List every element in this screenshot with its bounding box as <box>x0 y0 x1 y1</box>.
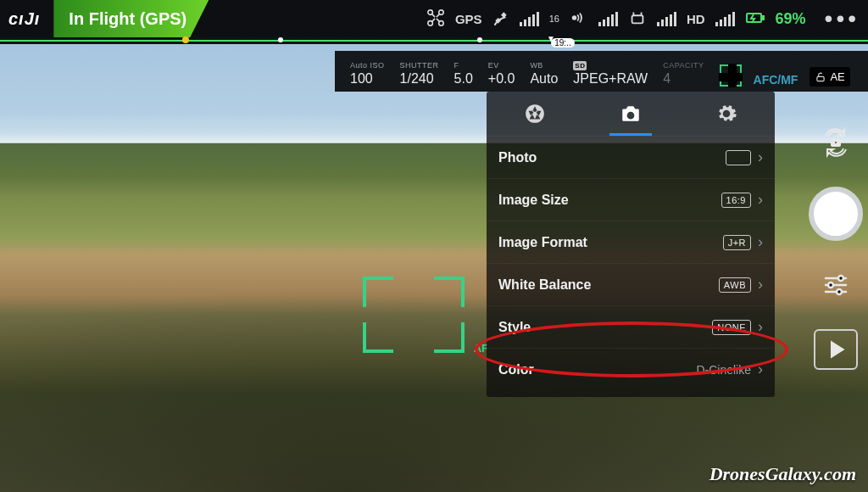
svg-point-11 <box>838 276 843 281</box>
camera-settings-button[interactable] <box>821 270 851 300</box>
tab-camera[interactable] <box>582 92 678 136</box>
af-corner <box>363 322 393 353</box>
shutter-label: SHUTTER <box>400 61 439 70</box>
battery-percent: 69% <box>776 10 806 28</box>
satellite-signal-bars <box>520 12 539 26</box>
aperture-icon <box>524 103 546 125</box>
timeline-marker <box>278 37 283 42</box>
chevron-right-icon: › <box>758 148 763 166</box>
ev-label: EV <box>488 61 499 70</box>
photo-mode-icon <box>726 150 751 165</box>
aircraft-icon[interactable] <box>426 8 445 30</box>
ae-lock-label: AE <box>830 70 844 83</box>
camera-icon <box>620 103 642 125</box>
camera-settings-panel: Photo › Image Size 16:9› Image Format J+… <box>487 92 775 397</box>
shutter-readout[interactable]: SHUTTER 1/240 <box>395 61 444 87</box>
row-value: J+R <box>723 235 751 250</box>
rc-signal-icon[interactable] <box>570 9 588 29</box>
dji-logo: cıJı <box>8 9 40 29</box>
row-white-balance[interactable]: White Balance AWB› <box>487 263 775 305</box>
video-signal-bars <box>657 12 676 26</box>
svg-rect-7 <box>762 16 764 20</box>
row-value: 16:9 <box>721 193 751 208</box>
svg-rect-5 <box>632 15 643 23</box>
focus-mode-toggle[interactable]: AFC/MF <box>754 73 798 87</box>
aperture-readout[interactable]: F 5.0 <box>449 61 478 87</box>
shutter-value: 1/240 <box>400 71 434 87</box>
rc-signal-bars <box>598 12 618 26</box>
wb-value: Auto <box>530 71 558 87</box>
chevron-right-icon: › <box>758 233 763 251</box>
row-photo[interactable]: Photo › <box>487 136 775 178</box>
battery-icon[interactable] <box>745 9 765 29</box>
sd-badge: SD <box>573 61 587 70</box>
flight-mode-chip[interactable]: In Flight (GPS) <box>53 0 209 37</box>
wb-readout[interactable]: WB Auto <box>525 61 563 87</box>
ev-readout[interactable]: EV +0.0 <box>483 61 520 87</box>
row-value: AWB <box>719 277 751 293</box>
row-style[interactable]: Style NONE› <box>487 305 775 348</box>
chevron-right-icon: › <box>758 318 763 336</box>
wb-label: WB <box>530 61 543 70</box>
storage-readout[interactable]: SD JPEG+RAW <box>568 61 653 87</box>
row-label: Style <box>498 320 531 335</box>
af-corner <box>434 322 465 353</box>
more-menu-button[interactable]: ••• <box>825 5 860 32</box>
svg-point-13 <box>837 289 842 294</box>
right-controls <box>809 127 863 370</box>
row-color[interactable]: Color D-Cinelike› <box>487 348 775 390</box>
photo-video-switch-button[interactable] <box>821 127 851 158</box>
battery-timeline[interactable]: ▼ 19:.. <box>0 37 868 44</box>
capacity-value: 4 <box>663 71 670 87</box>
row-label: Image Size <box>498 193 569 208</box>
flight-time-remaining: 19:.. <box>551 38 574 48</box>
settings-tabs <box>487 92 775 136</box>
unlock-icon <box>815 71 826 83</box>
gps-label: GPS <box>455 12 482 26</box>
iso-value: 100 <box>350 71 373 87</box>
row-label: Image Format <box>498 235 587 250</box>
svg-point-4 <box>573 16 576 20</box>
aperture-value: 5.0 <box>454 71 473 87</box>
row-label: White Balance <box>498 277 591 293</box>
hd-signal-bars <box>715 12 735 26</box>
watermark-text: DronesGalaxy.com <box>709 463 856 485</box>
row-image-format[interactable]: Image Format J+R› <box>487 221 775 263</box>
hd-label: HD <box>687 12 705 26</box>
row-image-size[interactable]: Image Size 16:9› <box>487 178 775 221</box>
ae-lock-button[interactable]: AE <box>810 67 849 87</box>
remote-icon[interactable] <box>628 9 647 29</box>
svg-point-12 <box>828 282 833 288</box>
playback-button[interactable] <box>814 329 858 370</box>
capacity-readout[interactable]: CAPACITY 4 <box>658 61 709 87</box>
chevron-right-icon: › <box>758 361 763 378</box>
timeline-marker <box>477 37 482 42</box>
format-value: JPEG+RAW <box>573 71 648 87</box>
svg-rect-8 <box>817 76 824 81</box>
camera-exposure-bar[interactable]: Auto ISO 100 SHUTTER 1/240 F 5.0 EV +0.0… <box>335 51 868 92</box>
ev-value: +0.0 <box>488 71 515 87</box>
top-status-bar: cıJı In Flight (GPS) GPS 16 HD <box>0 0 868 37</box>
row-value: D-Cinelike <box>696 363 751 377</box>
gear-icon <box>715 103 737 125</box>
tab-exposure[interactable] <box>487 92 582 136</box>
iso-readout[interactable]: Auto ISO 100 <box>345 61 390 87</box>
svg-point-10 <box>834 141 837 144</box>
satellite-icon[interactable] <box>492 9 509 29</box>
autofocus-target[interactable]: AF <box>363 277 465 353</box>
tab-general[interactable] <box>679 92 775 136</box>
chevron-right-icon: › <box>758 276 763 294</box>
capacity-label: CAPACITY <box>663 61 704 70</box>
satellite-count: 16 <box>549 14 559 24</box>
row-label: Color <box>498 362 534 377</box>
af-corner <box>434 277 465 307</box>
row-value: NONE <box>712 320 751 335</box>
chevron-right-icon: › <box>758 191 763 209</box>
row-label: Photo <box>498 150 537 165</box>
timeline-marker-home <box>182 36 189 43</box>
metering-mode-button[interactable] <box>720 64 742 87</box>
aperture-label: F <box>454 61 459 70</box>
iso-label: Auto ISO <box>350 61 385 70</box>
af-corner <box>363 277 393 307</box>
shutter-button[interactable] <box>809 187 863 241</box>
